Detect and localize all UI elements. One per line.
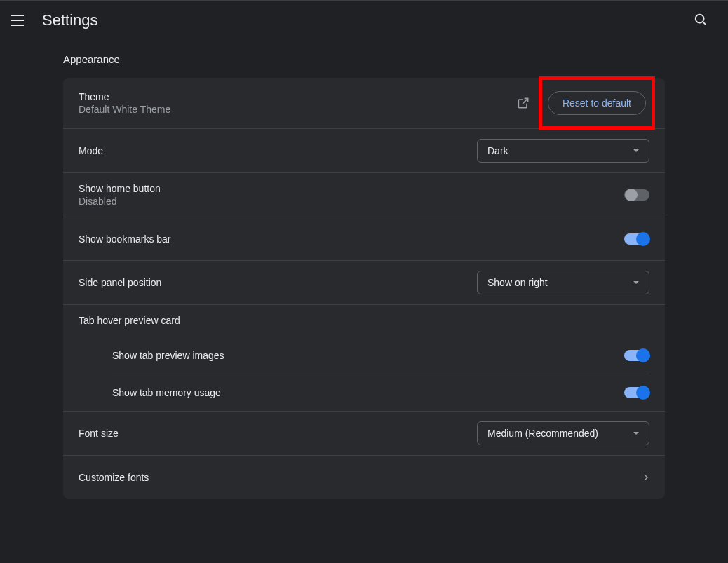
- side-panel-dropdown-value: Show on right: [487, 277, 548, 288]
- font-size-label: Font size: [79, 428, 477, 439]
- open-external-icon[interactable]: [516, 96, 530, 110]
- chevron-down-icon: [633, 432, 639, 435]
- font-size-dropdown-value: Medium (Recommended): [487, 428, 598, 439]
- customize-fonts-row[interactable]: Customize fonts: [63, 456, 665, 499]
- tab-hover-section: Tab hover preview card Show tab preview …: [63, 305, 665, 412]
- home-button-label: Show home button: [79, 183, 624, 194]
- tab-memory-usage-label: Show tab memory usage: [112, 387, 624, 398]
- bookmarks-bar-row: Show bookmarks bar: [63, 217, 665, 261]
- tab-preview-images-label: Show tab preview images: [112, 350, 624, 361]
- theme-value: Default White Theme: [79, 104, 516, 115]
- side-panel-dropdown[interactable]: Show on right: [477, 271, 649, 294]
- customize-fonts-label: Customize fonts: [79, 472, 642, 483]
- tab-preview-images-row: Show tab preview images: [112, 337, 649, 374]
- mode-dropdown[interactable]: Dark: [477, 139, 649, 163]
- appearance-card: Theme Default White Theme Reset to defau…: [63, 78, 665, 499]
- mode-row: Mode Dark: [63, 129, 665, 173]
- mode-dropdown-value: Dark: [487, 145, 508, 156]
- home-button-row: Show home button Disabled: [63, 173, 665, 217]
- bookmarks-bar-label: Show bookmarks bar: [79, 233, 624, 245]
- bookmarks-bar-toggle[interactable]: [624, 233, 649, 245]
- tab-memory-usage-toggle[interactable]: [624, 387, 649, 398]
- section-title: Appearance: [63, 53, 665, 65]
- reset-button-highlight: Reset to default: [539, 76, 655, 130]
- menu-icon[interactable]: [11, 12, 28, 29]
- search-icon[interactable]: [693, 12, 710, 29]
- svg-line-2: [523, 98, 528, 104]
- theme-label: Theme: [79, 91, 516, 102]
- side-panel-row: Side panel position Show on right: [63, 261, 665, 305]
- chevron-down-icon: [633, 281, 639, 284]
- tab-hover-label: Tab hover preview card: [79, 315, 649, 337]
- font-size-row: Font size Medium (Recommended): [63, 412, 665, 456]
- svg-point-0: [696, 14, 704, 22]
- settings-content: Appearance Theme Default White Theme Res…: [0, 39, 728, 499]
- theme-row: Theme Default White Theme Reset to defau…: [63, 78, 665, 129]
- mode-label: Mode: [79, 145, 477, 156]
- home-button-toggle[interactable]: [624, 189, 649, 201]
- chevron-down-icon: [633, 149, 639, 152]
- svg-line-1: [703, 22, 706, 25]
- tab-memory-usage-row: Show tab memory usage: [112, 374, 649, 411]
- reset-to-default-button[interactable]: Reset to default: [548, 91, 646, 115]
- page-title: Settings: [42, 11, 693, 29]
- side-panel-label: Side panel position: [79, 277, 477, 288]
- chevron-right-icon: [642, 474, 649, 481]
- home-button-status: Disabled: [79, 196, 624, 207]
- app-header: Settings: [0, 0, 728, 39]
- tab-preview-images-toggle[interactable]: [624, 350, 649, 361]
- font-size-dropdown[interactable]: Medium (Recommended): [477, 421, 649, 445]
